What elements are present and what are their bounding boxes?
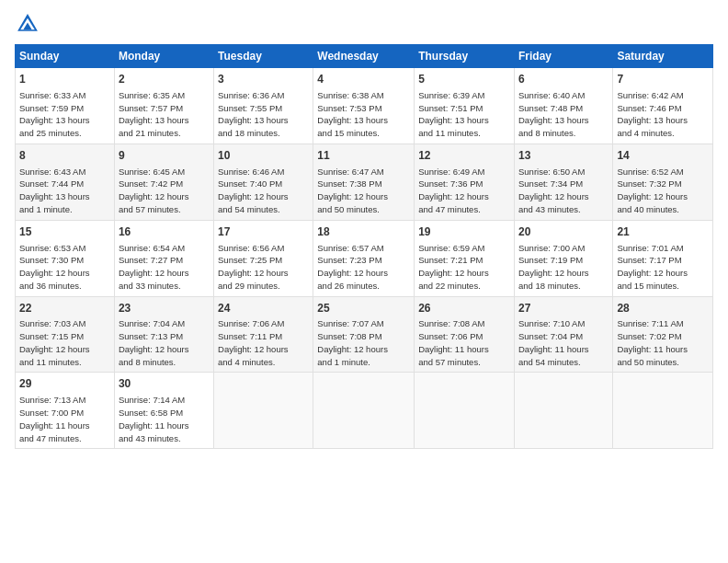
day-number: 30 xyxy=(119,376,210,392)
day-number: 27 xyxy=(518,301,609,316)
calendar-header-row: SundayMondayTuesdayWednesdayThursdayFrid… xyxy=(16,45,713,68)
calendar-cell: 27Sunrise: 7:10 AMSunset: 7:04 PMDayligh… xyxy=(514,296,612,373)
day-number: 4 xyxy=(317,72,410,87)
day-info: Sunrise: 6:38 AMSunset: 7:53 PMDaylight:… xyxy=(317,89,410,140)
calendar-cell: 5Sunrise: 6:39 AMSunset: 7:51 PMDaylight… xyxy=(415,68,515,144)
calendar-cell: 10Sunrise: 6:46 AMSunset: 7:40 PMDayligh… xyxy=(214,144,313,220)
calendar-cell: 21Sunrise: 7:01 AMSunset: 7:17 PMDayligh… xyxy=(613,220,713,296)
header xyxy=(15,11,713,37)
day-number: 26 xyxy=(418,301,510,316)
day-number: 17 xyxy=(218,224,309,240)
calendar-cell: 14Sunrise: 6:52 AMSunset: 7:32 PMDayligh… xyxy=(613,144,713,220)
day-info: Sunrise: 7:06 AMSunset: 7:11 PMDaylight:… xyxy=(218,317,309,368)
day-info: Sunrise: 6:50 AMSunset: 7:34 PMDaylight:… xyxy=(518,166,609,216)
calendar-cell: 28Sunrise: 7:11 AMSunset: 7:02 PMDayligh… xyxy=(613,296,713,373)
calendar-cell: 2Sunrise: 6:35 AMSunset: 7:57 PMDaylight… xyxy=(114,68,213,144)
calendar-cell: 3Sunrise: 6:36 AMSunset: 7:55 PMDaylight… xyxy=(214,68,313,144)
day-number: 21 xyxy=(617,224,709,240)
calendar-cell: 19Sunrise: 6:59 AMSunset: 7:21 PMDayligh… xyxy=(415,220,515,296)
calendar-row-1: 8Sunrise: 6:43 AMSunset: 7:44 PMDaylight… xyxy=(16,144,713,220)
day-info: Sunrise: 7:07 AMSunset: 7:08 PMDaylight:… xyxy=(317,317,410,368)
day-info: Sunrise: 6:45 AMSunset: 7:42 PMDaylight:… xyxy=(119,166,210,216)
day-info: Sunrise: 7:14 AMSunset: 6:58 PMDaylight:… xyxy=(119,394,210,444)
day-info: Sunrise: 6:59 AMSunset: 7:21 PMDaylight:… xyxy=(418,242,510,293)
calendar-cell: 25Sunrise: 7:07 AMSunset: 7:08 PMDayligh… xyxy=(313,296,415,373)
day-number: 29 xyxy=(19,376,110,392)
day-info: Sunrise: 6:52 AMSunset: 7:32 PMDaylight:… xyxy=(617,166,709,216)
day-info: Sunrise: 6:53 AMSunset: 7:30 PMDaylight:… xyxy=(19,242,110,293)
day-info: Sunrise: 7:11 AMSunset: 7:02 PMDaylight:… xyxy=(617,317,709,368)
day-info: Sunrise: 6:57 AMSunset: 7:23 PMDaylight:… xyxy=(317,242,410,293)
day-number: 19 xyxy=(418,224,510,240)
weekday-header-monday: Monday xyxy=(114,45,213,68)
day-number: 2 xyxy=(119,72,210,87)
day-info: Sunrise: 6:36 AMSunset: 7:55 PMDaylight:… xyxy=(218,89,309,140)
calendar-row-3: 22Sunrise: 7:03 AMSunset: 7:15 PMDayligh… xyxy=(16,296,713,373)
calendar-cell xyxy=(313,373,415,449)
day-number: 11 xyxy=(317,148,410,164)
day-number: 7 xyxy=(617,72,709,87)
day-info: Sunrise: 6:43 AMSunset: 7:44 PMDaylight:… xyxy=(19,166,110,216)
day-info: Sunrise: 7:03 AMSunset: 7:15 PMDaylight:… xyxy=(19,317,110,368)
calendar-cell: 22Sunrise: 7:03 AMSunset: 7:15 PMDayligh… xyxy=(16,296,115,373)
day-info: Sunrise: 7:08 AMSunset: 7:06 PMDaylight:… xyxy=(418,317,510,368)
calendar-cell: 4Sunrise: 6:38 AMSunset: 7:53 PMDaylight… xyxy=(313,68,415,144)
day-number: 16 xyxy=(119,224,210,240)
calendar-cell xyxy=(415,373,515,449)
calendar-row-0: 1Sunrise: 6:33 AMSunset: 7:59 PMDaylight… xyxy=(16,68,713,144)
day-info: Sunrise: 6:40 AMSunset: 7:48 PMDaylight:… xyxy=(518,89,609,140)
weekday-header-friday: Friday xyxy=(514,45,612,68)
calendar-table: SundayMondayTuesdayWednesdayThursdayFrid… xyxy=(15,44,713,449)
day-info: Sunrise: 6:39 AMSunset: 7:51 PMDaylight:… xyxy=(418,89,510,140)
calendar-cell: 6Sunrise: 6:40 AMSunset: 7:48 PMDaylight… xyxy=(514,68,612,144)
day-info: Sunrise: 7:10 AMSunset: 7:04 PMDaylight:… xyxy=(518,317,609,368)
calendar-cell: 23Sunrise: 7:04 AMSunset: 7:13 PMDayligh… xyxy=(114,296,213,373)
calendar-cell: 17Sunrise: 6:56 AMSunset: 7:25 PMDayligh… xyxy=(214,220,313,296)
day-info: Sunrise: 7:04 AMSunset: 7:13 PMDaylight:… xyxy=(119,317,210,368)
day-number: 8 xyxy=(19,148,110,164)
day-number: 28 xyxy=(617,301,709,316)
day-info: Sunrise: 6:35 AMSunset: 7:57 PMDaylight:… xyxy=(119,89,210,140)
logo-icon xyxy=(15,11,40,37)
calendar-cell: 26Sunrise: 7:08 AMSunset: 7:06 PMDayligh… xyxy=(415,296,515,373)
day-number: 15 xyxy=(19,224,110,240)
day-info: Sunrise: 7:00 AMSunset: 7:19 PMDaylight:… xyxy=(518,242,609,293)
weekday-header-thursday: Thursday xyxy=(415,45,515,68)
day-number: 1 xyxy=(19,72,110,87)
logo xyxy=(15,11,44,37)
page: SundayMondayTuesdayWednesdayThursdayFrid… xyxy=(0,0,728,563)
calendar-cell: 7Sunrise: 6:42 AMSunset: 7:46 PMDaylight… xyxy=(613,68,713,144)
weekday-header-sunday: Sunday xyxy=(16,45,115,68)
calendar-cell: 16Sunrise: 6:54 AMSunset: 7:27 PMDayligh… xyxy=(114,220,213,296)
day-number: 3 xyxy=(218,72,309,87)
calendar-cell xyxy=(514,373,612,449)
calendar-cell xyxy=(214,373,313,449)
day-info: Sunrise: 6:33 AMSunset: 7:59 PMDaylight:… xyxy=(19,89,110,140)
day-number: 22 xyxy=(19,301,110,316)
calendar-cell: 18Sunrise: 6:57 AMSunset: 7:23 PMDayligh… xyxy=(313,220,415,296)
day-info: Sunrise: 6:56 AMSunset: 7:25 PMDaylight:… xyxy=(218,242,309,293)
day-number: 9 xyxy=(119,148,210,164)
weekday-header-wednesday: Wednesday xyxy=(313,45,415,68)
calendar-cell: 12Sunrise: 6:49 AMSunset: 7:36 PMDayligh… xyxy=(415,144,515,220)
day-number: 18 xyxy=(317,224,410,240)
calendar-cell: 20Sunrise: 7:00 AMSunset: 7:19 PMDayligh… xyxy=(514,220,612,296)
day-info: Sunrise: 6:42 AMSunset: 7:46 PMDaylight:… xyxy=(617,89,709,140)
day-info: Sunrise: 7:01 AMSunset: 7:17 PMDaylight:… xyxy=(617,242,709,293)
day-info: Sunrise: 6:54 AMSunset: 7:27 PMDaylight:… xyxy=(119,242,210,293)
calendar-cell xyxy=(613,373,713,449)
day-number: 5 xyxy=(418,72,510,87)
calendar-cell: 29Sunrise: 7:13 AMSunset: 7:00 PMDayligh… xyxy=(16,373,115,449)
calendar-cell: 9Sunrise: 6:45 AMSunset: 7:42 PMDaylight… xyxy=(114,144,213,220)
day-number: 20 xyxy=(518,224,609,240)
day-info: Sunrise: 6:46 AMSunset: 7:40 PMDaylight:… xyxy=(218,166,309,216)
day-info: Sunrise: 6:49 AMSunset: 7:36 PMDaylight:… xyxy=(418,166,510,216)
day-number: 10 xyxy=(218,148,309,164)
calendar-cell: 11Sunrise: 6:47 AMSunset: 7:38 PMDayligh… xyxy=(313,144,415,220)
calendar-cell: 1Sunrise: 6:33 AMSunset: 7:59 PMDaylight… xyxy=(16,68,115,144)
day-number: 24 xyxy=(218,301,309,316)
day-number: 14 xyxy=(617,148,709,164)
calendar-cell: 24Sunrise: 7:06 AMSunset: 7:11 PMDayligh… xyxy=(214,296,313,373)
weekday-header-saturday: Saturday xyxy=(613,45,713,68)
calendar-cell: 30Sunrise: 7:14 AMSunset: 6:58 PMDayligh… xyxy=(114,373,213,449)
